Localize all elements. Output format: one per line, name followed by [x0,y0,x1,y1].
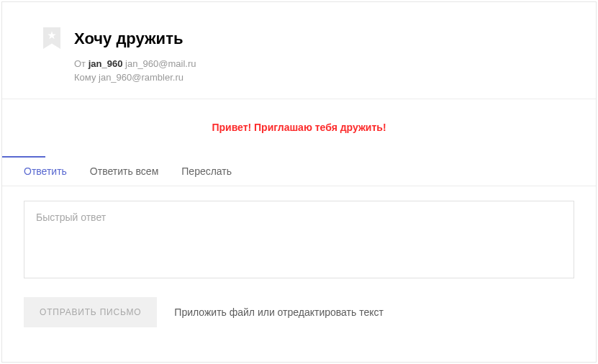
tab-forward[interactable]: Переслать [181,157,243,186]
email-body-text: Привет! Приглашаю тебя дружить! [212,122,386,133]
to-label: Кому [74,72,96,83]
star-icon [47,30,57,40]
from-email[interactable]: jan_960@mail.ru [125,58,196,69]
email-body: Привет! Приглашаю тебя дружить! [2,99,596,157]
quick-reply-input[interactable] [24,201,574,278]
from-label: От [74,58,86,69]
to-row: Кому jan_960@rambler.ru [74,72,574,83]
reply-tabs: Ответить Ответить всем Переслать [2,157,596,186]
attach-edit-link[interactable]: Приложить файл или отредактировать текст [174,306,384,318]
email-subject: Хочу дружить [74,29,574,48]
tab-reply[interactable]: Ответить [24,157,78,186]
to-email[interactable]: jan_960@rambler.ru [99,72,184,83]
from-name: jan_960 [89,58,123,69]
reply-actions: ОТПРАВИТЬ ПИСЬМО Приложить файл или отре… [2,281,596,343]
from-row: От jan_960 jan_960@mail.ru [74,58,574,69]
send-button[interactable]: ОТПРАВИТЬ ПИСЬМО [24,297,157,327]
email-header: Хочу дружить От jan_960 jan_960@mail.ru … [2,2,596,99]
reply-area [2,186,596,281]
tab-reply-all[interactable]: Ответить всем [90,157,170,186]
